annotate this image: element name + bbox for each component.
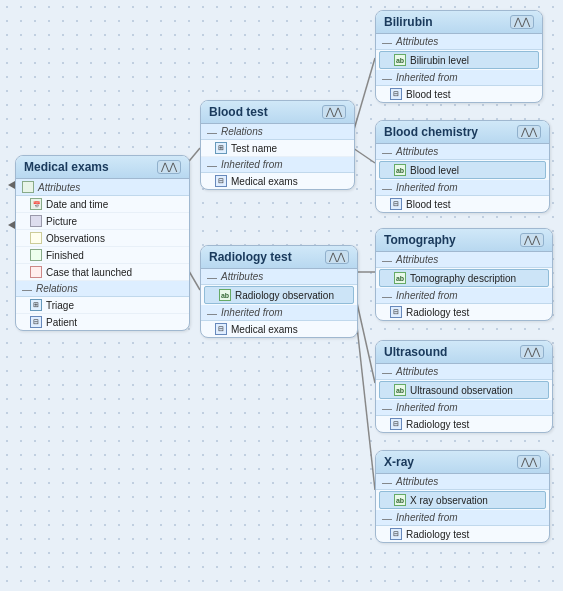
rad-inh-label: Inherited from [221, 307, 283, 318]
ultra-inh-label: Inherited from [396, 402, 458, 413]
blood-chemistry-header[interactable]: Blood chemistry ⋀⋀ [376, 121, 549, 144]
bc-bloodtest-icon: ⊟ [390, 198, 402, 210]
list-item: ab Radiology observation [204, 286, 354, 304]
tomography-header[interactable]: Tomography ⋀⋀ [376, 229, 552, 252]
list-item: ab Blood level [379, 161, 546, 179]
bt-inh-dash: — [207, 160, 217, 170]
list-item: ⊟ Patient [16, 314, 189, 330]
list-item: ⊟ Blood test [376, 86, 542, 102]
rad-attr-label: Attributes [221, 271, 263, 282]
xray-radtest-icon: ⊟ [390, 528, 402, 540]
medical-exams-title: Medical exams [24, 160, 109, 174]
tomo-radtest-icon: ⊟ [390, 306, 402, 318]
blood-test-header[interactable]: Blood test ⋀⋀ [201, 101, 354, 124]
xray-inh-label: Inherited from [396, 512, 458, 523]
attr-datetime: Date and time [46, 199, 108, 210]
bt-rel-label: Relations [221, 126, 263, 137]
attr-icon [22, 181, 34, 193]
tomo-inh-label: Inherited from [396, 290, 458, 301]
list-item: Observations [16, 230, 189, 247]
attr-case: Case that launched [46, 267, 132, 278]
blood-test-entity: Blood test ⋀⋀ — Relations ⊞ Test name — … [200, 100, 355, 190]
list-item: 📅 Date and time [16, 196, 189, 213]
tomo-attr-dash: — [382, 255, 392, 265]
list-item: ab Bilirubin level [379, 51, 539, 69]
bc-level-icon: ab [394, 164, 406, 176]
xray-header[interactable]: X-ray ⋀⋀ [376, 451, 549, 474]
bc-attr-label: Attributes [396, 146, 438, 157]
ultra-obs-icon: ab [394, 384, 406, 396]
list-item: ⊟ Medical exams [201, 321, 357, 337]
bc-bloodtest: Blood test [406, 199, 450, 210]
rel-patient: Patient [46, 317, 77, 328]
ultrasound-header[interactable]: Ultrasound ⋀⋀ [376, 341, 552, 364]
ultra-attr-dash: — [382, 367, 392, 377]
xray-obs-icon: ab [394, 494, 406, 506]
bc-inh-dash: — [382, 183, 392, 193]
bt-rel-dash: — [207, 127, 217, 137]
list-item: ⊞ Test name [201, 140, 354, 157]
svg-marker-7 [8, 181, 15, 189]
bil-inh-dash: — [382, 73, 392, 83]
patient-icon: ⊟ [30, 316, 42, 328]
xray-inh-header: — Inherited from [376, 510, 549, 526]
list-item: ab Ultrasound observation [379, 381, 549, 399]
xray-entity: X-ray ⋀⋀ — Attributes ab X ray observati… [375, 450, 550, 543]
list-item: ab Tomography description [379, 269, 549, 287]
list-item: Picture [16, 213, 189, 230]
medical-exams-collapse[interactable]: ⋀⋀ [157, 160, 181, 174]
xray-collapse[interactable]: ⋀⋀ [517, 455, 541, 469]
svg-marker-8 [8, 221, 15, 229]
blood-chemistry-collapse[interactable]: ⋀⋀ [517, 125, 541, 139]
radiology-inh-header: — Inherited from [201, 305, 357, 321]
medical-exams-attr-label: Attributes [38, 182, 80, 193]
obs-icon [30, 232, 42, 244]
ultrasound-collapse[interactable]: ⋀⋀ [520, 345, 544, 359]
rel-triage: Triage [46, 300, 74, 311]
rad-obs-icon: ab [219, 289, 231, 301]
tomography-entity: Tomography ⋀⋀ — Attributes ab Tomography… [375, 228, 553, 321]
case-icon [30, 266, 42, 278]
bilirubin-header[interactable]: Bilirubin ⋀⋀ [376, 11, 542, 34]
blood-chemistry-title: Blood chemistry [384, 125, 478, 139]
tomography-collapse[interactable]: ⋀⋀ [520, 233, 544, 247]
triage-icon: ⊞ [30, 299, 42, 311]
ultra-obs-label: Ultrasound observation [410, 385, 513, 396]
finished-icon [30, 249, 42, 261]
xray-attr-dash: — [382, 477, 392, 487]
medical-exams-entity: Medical exams ⋀⋀ Attributes 📅 Date and t… [15, 155, 190, 331]
list-item: Case that launched [16, 264, 189, 281]
bil-attr-dash: — [382, 37, 392, 47]
ultra-radtest-icon: ⊟ [390, 418, 402, 430]
blood-test-rel-header: — Relations [201, 124, 354, 140]
rel-dash-icon: — [22, 284, 32, 294]
blood-test-collapse[interactable]: ⋀⋀ [322, 105, 346, 119]
bil-level-icon: ab [394, 54, 406, 66]
rad-medexams: Medical exams [231, 324, 298, 335]
medical-exams-rel-label: Relations [36, 283, 78, 294]
list-item: ⊟ Radiology test [376, 304, 552, 320]
bt-inh-label: Inherited from [221, 159, 283, 170]
ultrasound-title: Ultrasound [384, 345, 447, 359]
testname-icon: ⊞ [215, 142, 227, 154]
bilirubin-collapse[interactable]: ⋀⋀ [510, 15, 534, 29]
tomo-desc-icon: ab [394, 272, 406, 284]
bil-attr-label: Attributes [396, 36, 438, 47]
medical-exams-header[interactable]: Medical exams ⋀⋀ [16, 156, 189, 179]
list-item: ⊟ Medical exams [201, 173, 354, 189]
bc-attr-dash: — [382, 147, 392, 157]
list-item: ab X ray observation [379, 491, 546, 509]
radiology-attr-header: — Attributes [201, 269, 357, 285]
radiology-test-header[interactable]: Radiology test ⋀⋀ [201, 246, 357, 269]
bil-inh-label: Inherited from [396, 72, 458, 83]
list-item: ⊟ Blood test [376, 196, 549, 212]
ultra-radtest: Radiology test [406, 419, 469, 430]
picture-icon [30, 215, 42, 227]
rad-attr-dash: — [207, 272, 217, 282]
tomo-desc-label: Tomography description [410, 273, 516, 284]
xray-radtest: Radiology test [406, 529, 469, 540]
xray-attr-label: Attributes [396, 476, 438, 487]
radiology-test-collapse[interactable]: ⋀⋀ [325, 250, 349, 264]
list-item: ⊟ Radiology test [376, 416, 552, 432]
bt-medexams-icon: ⊟ [215, 175, 227, 187]
